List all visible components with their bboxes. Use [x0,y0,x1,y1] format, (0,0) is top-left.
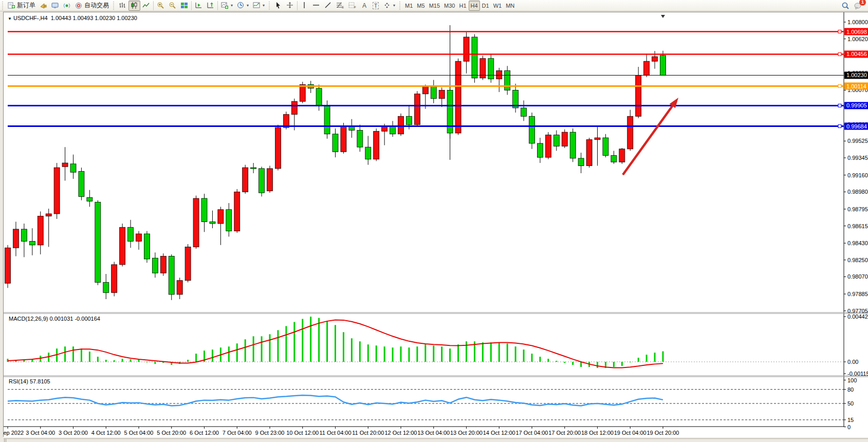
candle-body [398,116,404,134]
candle-body [324,106,330,134]
candle-body [341,125,346,152]
candle-body [185,247,191,280]
timeframe-button-m30[interactable]: M30 [442,1,457,11]
text-tool-button[interactable]: A [359,1,370,11]
periods-button[interactable]: ▾ [235,1,251,11]
bar-chart-button[interactable] [117,1,128,11]
crosshair-icon [286,2,294,9]
svg-text:13 Oct 04:00: 13 Oct 04:00 [417,430,450,436]
timeframe-button-h4[interactable]: H4 [469,1,480,11]
price-chart-svg[interactable]: 1.008001.006201.004401.002551.000700.998… [4,12,868,437]
candle-body [218,210,224,224]
timeframe-button-d1[interactable]: D1 [480,1,491,11]
toolbar-grip[interactable] [113,2,115,10]
zoom-in-button[interactable] [155,1,167,11]
svg-text:12 Oct 12:00: 12 Oct 12:00 [385,430,417,436]
fibonacci-icon: E [336,2,344,9]
candle-body [259,169,265,193]
horizontal-scroll-area[interactable] [4,438,868,442]
candle-body [382,126,387,131]
timeframe-button-m1[interactable]: M1 [403,1,415,11]
vertical-line-icon [301,2,308,9]
candle-body [243,168,248,192]
svg-text:1.00620: 1.00620 [847,36,868,42]
candle-body [390,126,396,134]
toolbar-grip[interactable] [399,2,401,10]
indicators-button[interactable]: ▾ [251,1,267,11]
candlestick-chart-button[interactable] [128,1,140,11]
timeframe-button-m15[interactable]: M15 [427,1,442,11]
dropdown-caret: ▾ [231,3,233,8]
timeframe-button-mn[interactable]: MN [504,1,516,11]
chart-shift-button[interactable] [205,1,216,11]
new-order-button[interactable]: 新订单 [6,1,38,11]
candle-body [128,227,134,241]
candle-body [406,116,412,124]
cursor-tool-button[interactable] [272,1,284,11]
candle-body [521,108,527,116]
svg-text:0: 0 [847,424,851,430]
svg-text:E: E [342,6,344,9]
label-tool-button[interactable]: T [370,1,381,11]
terminal-button[interactable] [49,1,61,11]
fibonacci-tool-button[interactable]: E [334,1,346,11]
svg-text:0.98980: 0.98980 [847,189,868,195]
candle-body [267,169,273,191]
terminal-icon [51,2,59,9]
candle-body [46,214,51,216]
timeframe-button-w1[interactable]: W1 [491,1,504,11]
candle-body [160,256,166,273]
new-chart-button[interactable]: ▾ [219,1,235,11]
arrows-icon [383,2,391,9]
candle-body [251,168,256,169]
indicators-icon [253,2,261,9]
svg-text:1.00114: 1.00114 [846,83,866,89]
svg-text:0.004424: 0.004424 [847,314,868,320]
svg-text:15: 15 [847,417,854,423]
tile-windows-button[interactable] [178,1,190,11]
candle-body [144,234,150,259]
svg-text:1.00456: 1.00456 [846,51,867,57]
candle-body [201,198,207,222]
vertical-line-tool-button[interactable] [299,1,310,11]
candle-body [120,227,125,265]
svg-text:11 Oct 04:00: 11 Oct 04:00 [319,430,351,436]
autotrading-button[interactable]: 自动交易 [73,1,111,11]
crosshair-tool-button[interactable] [284,1,296,11]
svg-text:6 Oct 12:00: 6 Oct 12:00 [190,430,219,436]
svg-text:0.99345: 0.99345 [847,155,868,161]
candle-body [210,222,215,224]
dropdown-caret: ▾ [393,3,395,8]
candle-body [177,281,182,294]
timeframe-button-h1[interactable]: H1 [457,1,468,11]
search-button[interactable] [839,1,852,11]
timeframe-button-m5[interactable]: M5 [415,1,427,11]
level-handle [838,52,841,56]
candle-body [13,229,19,248]
grid-tool-button[interactable]: F [346,1,359,11]
trendline-tool-button[interactable] [322,1,334,11]
notifications-button[interactable]: 1 [852,1,864,11]
chart-shift-icon [207,2,214,9]
grid-icon: F [348,2,357,9]
svg-text:10 Oct 12:00: 10 Oct 12:00 [286,430,319,436]
candle-body [570,132,576,158]
horizontal-line-icon [312,2,320,9]
toolbar-grip[interactable] [268,2,271,10]
candle-body [5,248,11,283]
svg-text:F: F [354,6,356,9]
horizontal-line-tool-button[interactable] [310,1,322,11]
zoom-out-button[interactable] [167,1,178,11]
candle-body [275,127,281,169]
arrows-tool-button[interactable]: ▾ [381,1,397,11]
auto-scroll-button[interactable] [193,1,205,11]
line-chart-button[interactable] [140,1,152,11]
toolbar-grip[interactable] [2,2,4,10]
chart-plot-area[interactable]: 1.008001.006201.004401.002551.000700.998… [3,12,868,437]
new-chart-icon [221,2,229,9]
signal-button[interactable] [61,1,73,11]
candle-body [422,86,428,94]
megaphone-button[interactable] [38,1,49,11]
candle-body [38,216,43,245]
window-resize-grip[interactable] [4,439,7,442]
